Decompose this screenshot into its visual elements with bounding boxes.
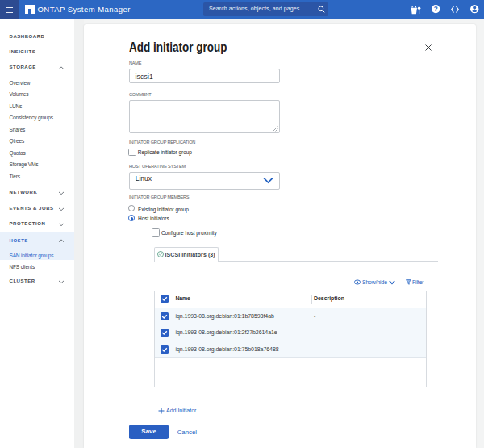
svg-text:?: ? xyxy=(434,6,438,14)
